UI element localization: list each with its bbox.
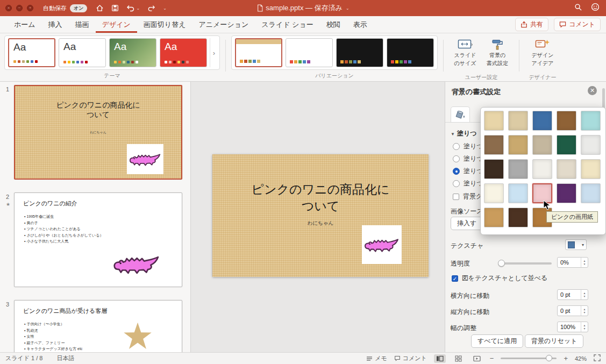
panel-close-button[interactable]: ✕: [588, 86, 597, 95]
offset-x-stepper[interactable]: 0 pt ▲▼: [557, 289, 588, 300]
tab-view[interactable]: 表示: [347, 16, 374, 33]
stepper-arrows-icon[interactable]: ▲▼: [581, 258, 588, 267]
texture-swatch-recycled-paper[interactable]: [557, 159, 576, 179]
texture-swatch-newsprint[interactable]: [532, 159, 552, 179]
share-button[interactable]: 共有: [515, 18, 548, 31]
texture-swatch-stationery[interactable]: [484, 183, 504, 203]
texture-swatch-water-droplets[interactable]: [581, 111, 601, 131]
radio-selected-icon[interactable]: [453, 168, 460, 175]
variation-card-4[interactable]: [387, 38, 434, 67]
zoom-slider[interactable]: [501, 358, 557, 359]
texture-swatch-walnut[interactable]: [508, 208, 528, 227]
fill-section-header[interactable]: ▼塗りつ: [451, 129, 476, 138]
tile-as-texture-checkbox[interactable]: ✓ 図をテクスチャとして並べる: [452, 274, 547, 283]
apply-to-all-button[interactable]: すべてに適用: [471, 334, 523, 348]
save-icon[interactable]: [111, 4, 119, 12]
title-dropdown-caret[interactable]: ⌄: [346, 6, 350, 11]
format-background-button[interactable]: 背景の 書式設定: [481, 35, 514, 67]
checkbox-icon[interactable]: [453, 194, 459, 200]
slide-size-button[interactable]: スライド のサイズ: [449, 35, 481, 67]
texture-swatch-parchment[interactable]: [581, 159, 601, 179]
texture-swatch-brown-marble[interactable]: [484, 159, 504, 179]
tab-insert[interactable]: 挿入: [42, 16, 69, 33]
variation-card-3[interactable]: [336, 38, 383, 67]
notes-toggle[interactable]: メモ: [366, 354, 387, 362]
fit-slide-button[interactable]: [594, 354, 601, 362]
tab-animations[interactable]: アニメーション: [192, 16, 255, 33]
zoom-percentage[interactable]: 42%: [575, 355, 587, 362]
slide-sorter-view-button[interactable]: [453, 354, 464, 363]
transparency-value-stepper[interactable]: 0% ▲▼: [557, 257, 588, 268]
normal-view-button[interactable]: [434, 354, 446, 363]
fill-radio-option-4[interactable]: 塗りつ: [453, 179, 483, 188]
current-slide[interactable]: ピンクのワニの商品化に ついて わにちゃん: [212, 154, 429, 277]
checkbox-checked-icon[interactable]: ✓: [452, 275, 458, 282]
autosave-control[interactable]: 自動保存 オン: [43, 4, 87, 12]
document-title-area[interactable]: sample.pptx — 保存済み ⌄: [256, 3, 349, 13]
scale-x-stepper[interactable]: 100% ▲▼: [557, 322, 588, 332]
fill-tab[interactable]: [451, 106, 470, 123]
fill-radio-option-3-selected[interactable]: 塗りつ: [453, 167, 483, 176]
stepper-arrows-icon[interactable]: ▲▼: [581, 322, 588, 332]
theme-card-2[interactable]: Aa: [59, 38, 106, 67]
redo-button[interactable]: [147, 4, 155, 12]
autosave-toggle[interactable]: オン: [70, 4, 87, 12]
texture-swatch-cork[interactable]: [484, 208, 504, 227]
reset-background-button[interactable]: 背景のリセット: [525, 334, 583, 348]
comments-toggle[interactable]: コメント: [394, 354, 427, 362]
texture-swatch-fish-fossil[interactable]: [508, 135, 528, 155]
slideshow-view-button[interactable]: [471, 354, 483, 363]
texture-swatch-blue-tissue-paper[interactable]: [508, 183, 528, 203]
home-icon[interactable]: [96, 4, 104, 12]
texture-swatch-canvas[interactable]: [508, 111, 528, 131]
texture-swatch-granite[interactable]: [508, 159, 528, 179]
account-smiley-icon[interactable]: [591, 3, 600, 13]
tab-transitions[interactable]: 画面切り替え: [137, 16, 193, 33]
zoom-slider-knob[interactable]: [546, 355, 552, 361]
insert-picture-button[interactable]: 挿入す: [451, 217, 483, 230]
texture-swatch-denim[interactable]: [532, 111, 552, 131]
undo-dropdown-caret[interactable]: ⌄: [136, 6, 140, 11]
slide-thumbnail-3[interactable]: ピンクのワニ商品が受ける客層 子供向け（〜小学生）乳幼児女性親子ペア、ファミリー…: [14, 300, 182, 352]
comments-button[interactable]: コメント: [554, 18, 601, 31]
stepper-arrows-icon[interactable]: ▲▼: [581, 290, 588, 299]
toolbar-dropdown-caret[interactable]: ⌄: [163, 6, 167, 11]
texture-swatch-paper-bag[interactable]: [484, 135, 504, 155]
variation-card-1-selected[interactable]: [235, 38, 282, 67]
texture-swatch-white-marble[interactable]: [581, 135, 601, 155]
hide-background-checkbox[interactable]: 背景グ: [453, 192, 482, 201]
texture-swatch-purple-mesh[interactable]: [557, 183, 576, 203]
theme-card-4[interactable]: Aa: [160, 38, 207, 67]
radio-icon[interactable]: [453, 155, 460, 162]
tab-slideshow[interactable]: スライド ショー: [255, 16, 319, 33]
fill-radio-option-1[interactable]: 塗りつ: [453, 142, 483, 151]
radio-icon[interactable]: [453, 143, 460, 150]
tab-design[interactable]: デザイン: [96, 16, 137, 33]
offset-y-stepper[interactable]: 0 pt ▲▼: [557, 305, 588, 316]
stepper-arrows-icon[interactable]: ▲▼: [581, 306, 588, 316]
texture-swatch-papyrus[interactable]: [484, 111, 504, 131]
slide-editor-canvas[interactable]: ピンクのワニの商品化に ついて わにちゃん: [191, 82, 445, 352]
slide-thumbnail-1[interactable]: ピンクのワニの商品化に ついて わにちゃん: [14, 85, 182, 180]
fill-radio-option-2[interactable]: 塗りつ: [453, 154, 483, 163]
zoom-window-button[interactable]: +: [27, 5, 33, 11]
theme-card-1-selected[interactable]: Aa: [8, 38, 55, 67]
transparency-slider-knob[interactable]: [498, 260, 505, 267]
undo-button[interactable]: ⌄: [126, 4, 140, 12]
theme-gallery-more-button[interactable]: ›: [210, 38, 218, 67]
search-icon[interactable]: [574, 3, 582, 13]
slide-title-text[interactable]: ピンクのワニの商品化に ついて: [212, 181, 429, 215]
language-indicator[interactable]: 日本語: [57, 354, 75, 362]
texture-swatch-green-marble[interactable]: [557, 135, 576, 155]
variation-card-2[interactable]: [286, 38, 333, 67]
texture-swatch-sand[interactable]: [532, 135, 552, 155]
zoom-out-button[interactable]: −: [490, 354, 494, 362]
tab-review[interactable]: 校閲: [320, 16, 347, 33]
texture-swatch-woven-mat[interactable]: [557, 111, 576, 131]
transparency-slider[interactable]: [499, 262, 552, 265]
design-ideas-button[interactable]: デザイン アイデア: [525, 35, 560, 67]
texture-swatch-bouquet[interactable]: [581, 183, 601, 203]
theme-card-3[interactable]: Aa: [109, 38, 156, 67]
tab-draw[interactable]: 描画: [69, 16, 96, 33]
radio-icon[interactable]: [453, 180, 460, 187]
